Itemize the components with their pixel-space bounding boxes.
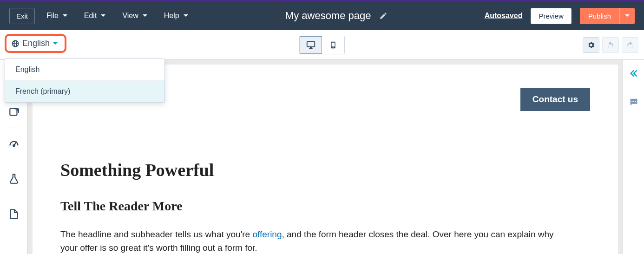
preview-button[interactable]: Preview xyxy=(531,8,571,24)
caret-down-icon xyxy=(53,41,58,46)
publish-group: Publish xyxy=(580,8,635,24)
device-toggle xyxy=(299,36,345,54)
menu-edit[interactable]: Edit xyxy=(84,12,106,20)
desktop-icon xyxy=(306,40,316,50)
device-mobile-button[interactable] xyxy=(322,36,344,54)
menu-file-label: File xyxy=(46,12,59,20)
language-dropdown: English French (primary) xyxy=(5,59,165,103)
gauge-icon[interactable] xyxy=(8,137,20,150)
flask-icon[interactable] xyxy=(8,173,20,185)
globe-icon xyxy=(11,39,20,48)
menu-edit-label: Edit xyxy=(84,12,97,20)
content-paragraph[interactable]: The headline and subheader tells us what… xyxy=(60,228,572,254)
device-desktop-button[interactable] xyxy=(300,36,322,54)
settings-button[interactable] xyxy=(583,37,599,53)
page-title[interactable]: My awesome page xyxy=(285,10,371,22)
share-icon[interactable] xyxy=(8,106,20,118)
chevron-down-icon xyxy=(100,13,106,19)
topbar-right: Autosaved Preview Publish xyxy=(485,8,635,24)
language-option-english[interactable]: English xyxy=(5,59,164,81)
undo-icon xyxy=(606,41,615,49)
redo-button[interactable] xyxy=(622,37,638,53)
mobile-icon xyxy=(329,40,337,50)
topbar: Exit File Edit View Help My awesome page… xyxy=(0,0,644,30)
language-selector[interactable]: English xyxy=(5,34,66,53)
chevron-down-icon xyxy=(62,13,68,19)
chevron-down-icon xyxy=(624,13,630,19)
right-rail xyxy=(623,60,644,254)
menu-file[interactable]: File xyxy=(46,12,68,20)
svg-point-1 xyxy=(13,145,14,146)
publish-button[interactable]: Publish xyxy=(580,8,619,24)
exit-button[interactable]: Exit xyxy=(9,8,35,24)
menu-view[interactable]: View xyxy=(122,12,147,20)
content-subheading[interactable]: Tell The Reader More xyxy=(60,199,590,214)
menu-help[interactable]: Help xyxy=(164,12,189,20)
page-title-wrap: My awesome page xyxy=(189,10,485,22)
menu-bar: File Edit View Help xyxy=(46,12,189,20)
menu-help-label: Help xyxy=(164,12,179,20)
subbar: English xyxy=(0,30,644,60)
file-icon[interactable] xyxy=(8,208,20,220)
chevron-down-icon xyxy=(183,13,189,19)
svg-rect-0 xyxy=(10,108,17,115)
undo-button[interactable] xyxy=(602,37,619,53)
language-selector-label: English xyxy=(22,39,50,48)
pencil-icon[interactable] xyxy=(379,12,388,20)
menu-view-label: View xyxy=(122,12,138,20)
subbar-right xyxy=(583,37,638,53)
redo-icon xyxy=(626,41,634,49)
collapse-icon[interactable] xyxy=(629,68,639,78)
svg-point-4 xyxy=(635,101,636,102)
content-heading[interactable]: Something Powerful xyxy=(60,160,590,180)
rail-divider xyxy=(8,128,20,128)
publish-dropdown-button[interactable] xyxy=(619,8,635,24)
content-p-before: The headline and subheader tells us what… xyxy=(60,229,252,239)
chat-icon[interactable] xyxy=(629,97,639,107)
contact-us-button[interactable]: Contact us xyxy=(520,88,590,111)
content-offering-link[interactable]: offering xyxy=(252,229,282,239)
svg-point-2 xyxy=(631,101,632,102)
chevron-down-icon xyxy=(142,13,148,19)
autosaved-link[interactable]: Autosaved xyxy=(485,12,523,20)
language-option-french[interactable]: French (primary) xyxy=(5,81,164,102)
svg-point-3 xyxy=(633,101,634,102)
gear-icon xyxy=(587,41,595,49)
